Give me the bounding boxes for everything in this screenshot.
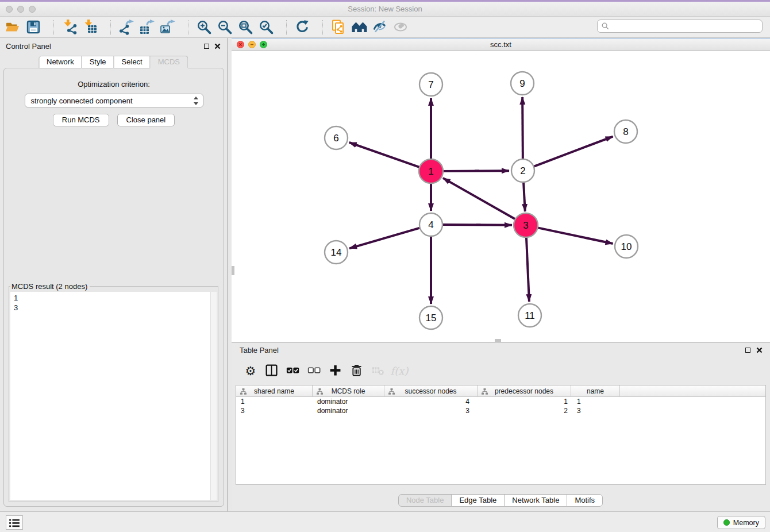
task-history-button[interactable] — [6, 515, 23, 530]
edge-3-11[interactable] — [526, 237, 529, 302]
main-toolbar — [0, 17, 770, 38]
edge-4-14[interactable] — [349, 228, 420, 249]
export-image-button[interactable] — [157, 18, 178, 37]
graph-node-15[interactable]: 15 — [419, 306, 442, 329]
tab-mcds[interactable]: MCDS — [150, 56, 188, 68]
mcds-result-lines: 13 — [10, 292, 217, 314]
search-icon — [602, 22, 609, 30]
table-cell: dominator — [313, 397, 384, 406]
table-row[interactable]: 1dominator411 — [236, 397, 765, 406]
toolbar-separator — [286, 20, 287, 35]
search-box[interactable] — [597, 20, 763, 33]
table-float-icon[interactable] — [744, 346, 751, 353]
optimization-criterion-label: Optimization criterion: — [4, 80, 224, 88]
tab-motifs[interactable]: Motifs — [567, 494, 603, 507]
column-header-MCDS-role[interactable]: MCDS role — [313, 385, 384, 397]
table-cell: 1 — [236, 397, 313, 406]
home-icon — [352, 20, 367, 35]
search-input[interactable] — [612, 22, 758, 30]
edge-3-10[interactable] — [537, 228, 613, 244]
graph-node-11[interactable]: 11 — [518, 304, 541, 327]
save-session-button[interactable] — [23, 18, 44, 37]
node-label: 2 — [520, 165, 525, 176]
column-header-shared-name[interactable]: shared name — [236, 385, 313, 397]
graph-node-1[interactable]: 1 — [419, 159, 443, 183]
settings-button[interactable]: ⚙ — [242, 361, 259, 380]
edge-2-3[interactable] — [523, 182, 525, 211]
optimization-criterion-dropdown[interactable]: strongly connected component — [25, 94, 203, 107]
table-close-icon[interactable] — [756, 346, 763, 353]
tab-style[interactable]: Style — [82, 56, 114, 68]
column-view-button[interactable] — [263, 361, 280, 380]
hide-selected-button[interactable] — [369, 18, 390, 37]
add-icon — [329, 364, 342, 377]
close-panel-button[interactable]: Close panel — [117, 114, 175, 126]
memory-button[interactable]: Memory — [717, 516, 765, 529]
graph-node-7[interactable]: 7 — [419, 73, 442, 96]
result-scrollbar[interactable] — [210, 292, 217, 500]
open-session-button[interactable] — [2, 18, 23, 37]
fit-content-icon — [238, 20, 253, 35]
import-table-button[interactable] — [80, 18, 101, 37]
node-label: 8 — [623, 126, 628, 137]
graph-node-3[interactable]: 3 — [514, 213, 538, 237]
table-cell: 3 — [571, 406, 620, 415]
table-row[interactable]: 3dominator323 — [236, 406, 765, 415]
horizontal-scroll-thumb[interactable] — [495, 339, 501, 342]
fit-content-button[interactable] — [235, 18, 256, 37]
tab-network-table[interactable]: Network Table — [504, 494, 567, 507]
edge-2-8[interactable] — [534, 137, 613, 167]
home-button[interactable] — [349, 18, 369, 37]
result-line: 3 — [14, 303, 213, 313]
main-titlebar: Session: New Session — [0, 2, 770, 17]
edge-3-1[interactable] — [443, 178, 516, 219]
tab-select[interactable]: Select — [114, 56, 151, 68]
table-toolbar: ⚙f(x) — [242, 359, 412, 382]
run-mcds-button[interactable]: Run MCDS — [53, 114, 109, 126]
export-table-button[interactable] — [137, 18, 157, 37]
graph-node-6[interactable]: 6 — [325, 126, 348, 149]
tab-network[interactable]: Network — [38, 56, 82, 68]
node-label: 9 — [519, 78, 525, 89]
add-button[interactable] — [327, 361, 344, 380]
network-canvas[interactable]: 7968124314101511 — [232, 51, 770, 343]
vertical-scroll-thumb[interactable] — [232, 266, 234, 275]
tab-node-table[interactable]: Node Table — [398, 494, 452, 507]
trash-button[interactable] — [348, 361, 365, 380]
node-label: 11 — [525, 310, 535, 321]
import-network-button[interactable] — [59, 18, 80, 37]
refresh-button[interactable] — [292, 18, 313, 37]
show-all-button[interactable] — [390, 18, 411, 37]
zoom-out-button[interactable] — [214, 18, 235, 37]
deselect-all-button[interactable] — [306, 361, 323, 380]
tab-edge-table[interactable]: Edge Table — [451, 494, 505, 507]
table-cell: 3 — [384, 406, 478, 415]
toolbar-separator — [188, 20, 188, 35]
edge-1-6[interactable] — [349, 142, 420, 167]
memory-status-dot — [723, 519, 730, 526]
close-panel-icon[interactable] — [214, 43, 221, 49]
import-network-icon — [62, 20, 78, 35]
column-header-name[interactable]: name — [571, 385, 620, 397]
zoom-out-icon — [217, 20, 233, 35]
column-header-successor-nodes[interactable]: successor nodes — [384, 385, 478, 397]
zoom-in-button[interactable] — [194, 18, 214, 37]
float-panel-icon[interactable] — [203, 43, 210, 49]
export-network-icon — [119, 20, 134, 35]
graph-node-8[interactable]: 8 — [614, 120, 637, 143]
graph-node-10[interactable]: 10 — [615, 235, 638, 258]
export-network-button[interactable] — [116, 18, 137, 37]
edge-2-9[interactable] — [522, 97, 523, 159]
graph-node-2[interactable]: 2 — [511, 159, 534, 182]
graph-node-14[interactable]: 14 — [325, 241, 348, 264]
function-builder-button[interactable]: f(x) — [391, 361, 408, 380]
zoom-selected-button[interactable] — [256, 18, 276, 37]
column-header-predecessor-nodes[interactable]: predecessor nodes — [478, 385, 571, 397]
network-from-selection-button[interactable] — [328, 18, 349, 37]
select-all-button[interactable] — [284, 361, 302, 380]
graph-node-9[interactable]: 9 — [511, 72, 534, 95]
mcds-result-textarea[interactable]: 13 — [10, 292, 217, 500]
delete-table-button[interactable] — [369, 361, 387, 380]
graph-node-4[interactable]: 4 — [419, 213, 442, 236]
node-label: 15 — [426, 313, 437, 323]
